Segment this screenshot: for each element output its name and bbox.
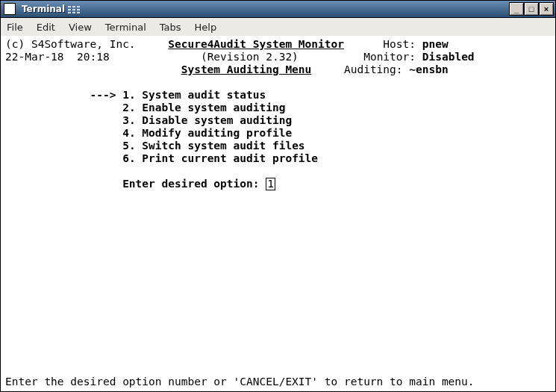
titlebar-grip <box>68 4 80 13</box>
menu-item-6-num: 6 <box>122 152 129 164</box>
app-title: Secure4Audit System Monitor <box>168 38 344 50</box>
menu-help[interactable]: Help <box>195 22 217 33</box>
window-titlebar[interactable]: Terminal _ □ × <box>1 1 555 18</box>
menu-item-5-num: 5 <box>122 140 129 152</box>
datetime: 22-Mar-18 20:18 <box>5 51 110 63</box>
copyright: (c) S4Software, Inc. <box>5 38 136 50</box>
menu-view[interactable]: View <box>69 22 92 33</box>
window-controls: _ □ × <box>509 2 554 16</box>
close-button[interactable]: × <box>539 2 554 16</box>
terminal-window: Terminal _ □ × File Edit View Terminal T… <box>0 0 556 392</box>
app-icon <box>4 3 16 15</box>
menu-file[interactable]: File <box>7 22 23 33</box>
menu-item-2-num: 2 <box>122 102 129 113</box>
monitor-label: Monitor: <box>363 51 416 63</box>
terminal-content[interactable]: (c) S4Software, Inc. Secure4Audit System… <box>1 36 555 391</box>
option-prompt: Enter desired option: <box>122 178 259 190</box>
menu-item-3-label: Disable system auditing <box>142 114 292 126</box>
menu-item-3-num: 3 <box>122 114 129 126</box>
host-label: Host: <box>383 38 416 50</box>
menu-edit[interactable]: Edit <box>37 22 55 33</box>
auditing-label: Auditing: <box>344 63 403 75</box>
menubar: File Edit View Terminal Tabs Help <box>1 18 555 37</box>
menu-item-1-num: 1 <box>122 89 129 101</box>
host-value: pnew <box>422 38 449 50</box>
revision-label: (Revision 2.32) <box>201 51 299 63</box>
auditing-value: ~ensbn <box>409 63 448 75</box>
menu-item-2-label: Enable system auditing <box>142 102 285 113</box>
menu-tabs[interactable]: Tabs <box>160 22 181 33</box>
menu-item-5-label: Switch system audit files <box>142 140 304 152</box>
option-input[interactable]: 1 <box>266 178 275 190</box>
menu-arrow: ---> <box>90 89 116 101</box>
monitor-value: Disabled <box>422 51 475 63</box>
minimize-button[interactable]: _ <box>509 2 524 16</box>
menu-item-4-label: Modify auditing profile <box>142 127 292 139</box>
menu-terminal[interactable]: Terminal <box>105 22 146 33</box>
menu-item-4-num: 4 <box>122 127 129 139</box>
footer-hint: Enter the desired option number or 'CANC… <box>5 376 551 388</box>
menu-title: System Auditing Menu <box>181 63 312 75</box>
menu-item-6-label: Print current audit profile <box>142 152 318 164</box>
maximize-button[interactable]: □ <box>524 2 539 16</box>
window-title: Terminal <box>22 4 65 14</box>
menu-item-1-label: System audit status <box>142 89 266 101</box>
